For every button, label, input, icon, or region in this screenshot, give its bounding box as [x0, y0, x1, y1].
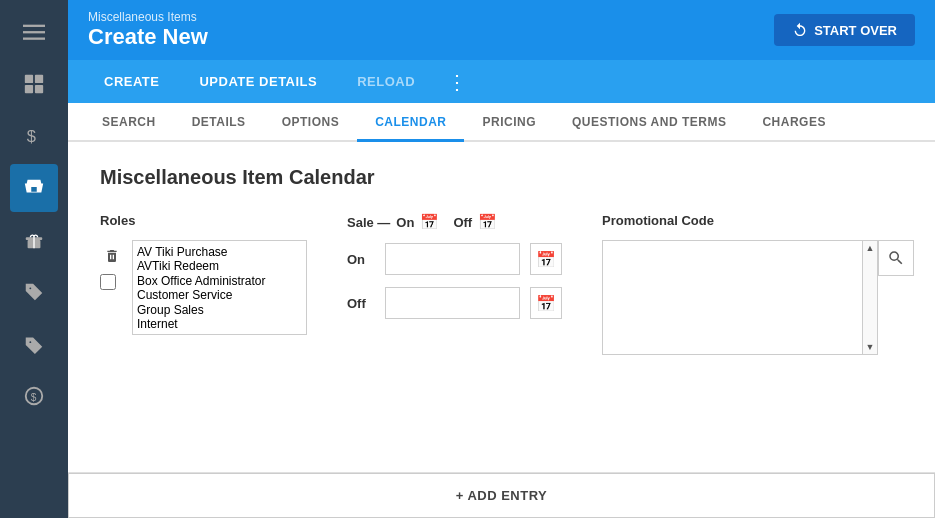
roles-select[interactable]: AV Tiki Purchase AVTiki Redeem Box Offic…	[133, 243, 306, 332]
sale-off-calendar-button[interactable]: 📅	[530, 287, 562, 319]
svg-rect-0	[23, 25, 45, 27]
svg-rect-1	[23, 31, 45, 33]
svg-rect-3	[25, 75, 33, 83]
svg-rect-4	[35, 75, 43, 83]
tab-search[interactable]: SEARCH	[84, 103, 174, 142]
sale-on-calendar-icon[interactable]: 📅	[420, 213, 439, 231]
roles-controls	[100, 240, 124, 290]
sidebar-item-menu[interactable]	[10, 8, 58, 56]
calendar-form: Roles AV Tiki Purchase AVTiki Redeem Box…	[100, 213, 903, 355]
promo-section: Promotional Code ▲ ▼	[602, 213, 914, 355]
sale-section: Sale — On 📅 Off 📅 On 📅 Off 📅	[347, 213, 562, 319]
roles-section: Roles AV Tiki Purchase AVTiki Redeem Box…	[100, 213, 307, 335]
promo-label: Promotional Code	[602, 213, 914, 228]
sidebar-item-store[interactable]	[10, 164, 58, 212]
sidebar-item-tag[interactable]	[10, 268, 58, 316]
sale-label: Sale —	[347, 215, 390, 230]
sale-off-row: Off 📅	[347, 287, 562, 319]
svg-rect-5	[25, 85, 33, 93]
add-entry-button[interactable]: + ADD ENTRY	[68, 473, 935, 518]
sidebar-item-gift[interactable]	[10, 216, 58, 264]
roles-list[interactable]: AV Tiki Purchase AVTiki Redeem Box Offic…	[132, 240, 307, 335]
top-header: Miscellaneous Items Create New START OVE…	[68, 0, 935, 60]
promo-textarea-wrapper: ▲ ▼	[602, 240, 878, 355]
tab-questions[interactable]: QUESTIONS AND TERMS	[554, 103, 744, 142]
more-options-icon[interactable]: ⋮	[435, 62, 479, 102]
sale-on-input[interactable]	[385, 243, 520, 275]
sale-off-calendar-icon[interactable]: 📅	[478, 213, 497, 231]
update-details-button[interactable]: UPDATE DETAILS	[179, 60, 337, 103]
promo-scrollbar[interactable]: ▲ ▼	[862, 240, 878, 355]
sidebar-item-coin[interactable]: $	[10, 372, 58, 420]
add-entry-bar: + ADD ENTRY	[68, 472, 935, 518]
svg-text:$: $	[27, 127, 36, 145]
promo-search-button[interactable]	[878, 240, 914, 276]
roles-label: Roles	[100, 213, 307, 228]
sidebar-item-grid[interactable]	[10, 60, 58, 108]
breadcrumb: Miscellaneous Items	[88, 10, 208, 24]
tab-charges[interactable]: CHARGES	[744, 103, 844, 142]
start-over-button[interactable]: START OVER	[774, 14, 915, 46]
header-left: Miscellaneous Items Create New	[88, 10, 208, 50]
sale-on-row: On 📅	[347, 243, 562, 275]
sale-off-input[interactable]	[385, 287, 520, 319]
content-title: Miscellaneous Item Calendar	[100, 166, 903, 189]
content-area: Miscellaneous Item Calendar Roles AV Tik…	[68, 142, 935, 472]
promo-code-input[interactable]	[602, 240, 862, 355]
tab-bar: SEARCH DETAILS OPTIONS CALENDAR PRICING …	[68, 103, 935, 142]
reload-button[interactable]: RELOAD	[337, 60, 435, 103]
tab-options[interactable]: OPTIONS	[264, 103, 358, 142]
sidebar-item-tag2[interactable]	[10, 320, 58, 368]
sidebar-item-dollar[interactable]: $	[10, 112, 58, 160]
tab-calendar[interactable]: CALENDAR	[357, 103, 464, 142]
sale-on-label: On	[396, 215, 414, 230]
tab-pricing[interactable]: PRICING	[464, 103, 554, 142]
sale-on-calendar-button[interactable]: 📅	[530, 243, 562, 275]
action-bar: CREATE UPDATE DETAILS RELOAD ⋮	[68, 60, 935, 103]
sale-header: Sale — On 📅 Off 📅	[347, 213, 562, 231]
on-label: On	[347, 252, 375, 267]
svg-text:$: $	[31, 392, 37, 403]
sidebar: $ $	[0, 0, 68, 518]
svg-rect-2	[23, 38, 45, 40]
start-over-label: START OVER	[814, 23, 897, 38]
scroll-up-arrow[interactable]: ▲	[866, 243, 875, 253]
main-area: Miscellaneous Items Create New START OVE…	[68, 0, 935, 518]
tab-details[interactable]: DETAILS	[174, 103, 264, 142]
delete-role-icon[interactable]	[100, 244, 124, 268]
page-title: Create New	[88, 24, 208, 50]
off-label: Off	[347, 296, 375, 311]
roles-row: AV Tiki Purchase AVTiki Redeem Box Offic…	[100, 240, 307, 335]
scroll-down-arrow[interactable]: ▼	[866, 342, 875, 352]
promo-input-row: ▲ ▼	[602, 240, 914, 355]
roles-checkbox[interactable]	[100, 274, 116, 290]
svg-rect-6	[35, 85, 43, 93]
create-button[interactable]: CREATE	[84, 60, 179, 103]
sale-off-label-header: Off	[453, 215, 472, 230]
